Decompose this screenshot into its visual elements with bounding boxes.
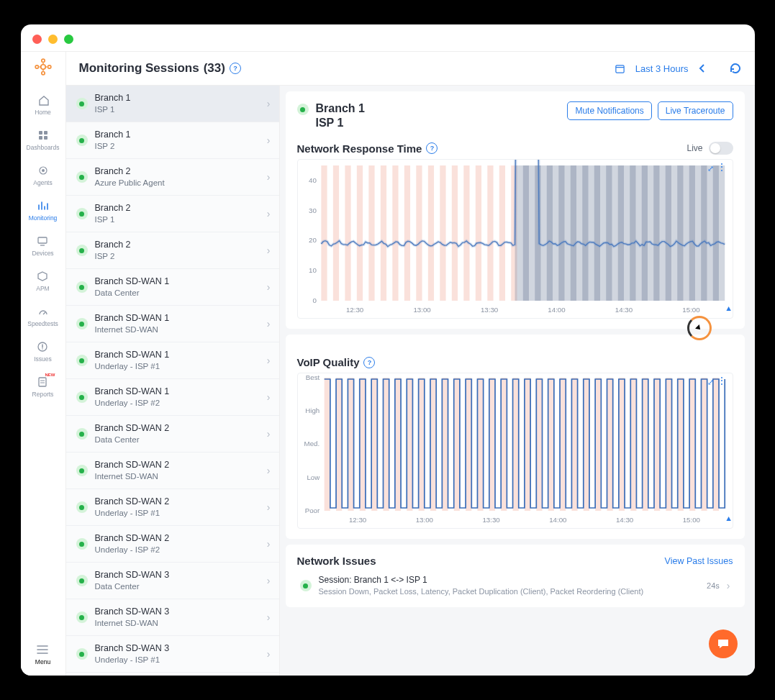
- session-sub: Underlay - ISP #2: [95, 545, 260, 555]
- chart-menu-icon[interactable]: ⋮: [717, 164, 727, 170]
- session-item[interactable]: Branch 2ISP 1›: [66, 196, 279, 232]
- session-item[interactable]: Branch SD-WAN 3Internet SD-WAN›: [66, 599, 279, 636]
- nav-devices[interactable]: Devices: [32, 235, 53, 257]
- svg-rect-49: [515, 165, 725, 301]
- status-dot-icon: [297, 104, 309, 115]
- session-title: Branch SD-WAN 1: [95, 276, 260, 288]
- session-list[interactable]: Branch 1ISP 1›Branch 1ISP 2›Branch 2Azur…: [66, 86, 280, 676]
- nav-monitoring[interactable]: Monitoring: [29, 199, 58, 222]
- session-sub: Underlay - ISP #1: [95, 508, 260, 518]
- chevron-right-icon: ›: [267, 281, 271, 293]
- mute-notifications-button[interactable]: Mute Notifications: [567, 101, 651, 120]
- svg-rect-82: [560, 378, 566, 511]
- chevron-right-icon: ›: [727, 580, 730, 591]
- svg-rect-8: [44, 136, 47, 140]
- session-sub: Underlay - ISP #1: [95, 655, 260, 665]
- refresh-button[interactable]: [729, 62, 742, 75]
- svg-point-9: [42, 169, 45, 172]
- svg-rect-64: [348, 378, 353, 511]
- svg-rect-94: [701, 378, 707, 511]
- session-sub: ISP 2: [95, 251, 260, 261]
- nav-label: Issues: [34, 355, 52, 363]
- session-item[interactable]: Branch 2ISP 2›: [66, 232, 279, 269]
- svg-rect-23: [416, 165, 422, 301]
- time-range-select[interactable]: Last 3 Hours: [635, 63, 689, 74]
- svg-rect-75: [477, 378, 483, 511]
- minimize-icon[interactable]: [48, 35, 58, 44]
- nav-home[interactable]: Home: [35, 94, 51, 116]
- session-item[interactable]: Branch 2Azure Public Agent›: [66, 159, 279, 196]
- expand-icon[interactable]: ⤢: [707, 378, 714, 387]
- issue-row[interactable]: Session: Branch 1 <-> ISP 1 Session Down…: [297, 567, 733, 597]
- session-sub: ISP 1: [95, 104, 260, 114]
- status-dot-icon: [76, 208, 88, 219]
- chart-menu-icon[interactable]: ⋮: [717, 378, 727, 383]
- session-item[interactable]: Branch SD-WAN 2Underlay - ISP #2›: [66, 526, 279, 563]
- svg-text:13:30: 13:30: [482, 517, 499, 524]
- detail-pane[interactable]: Branch 1ISP 1 Mute Notifications Live Tr…: [280, 86, 755, 676]
- monitoring-icon: [37, 199, 50, 212]
- live-traceroute-button[interactable]: Live Traceroute: [658, 101, 733, 120]
- session-item[interactable]: Branch SD-WAN 2Data Center›: [66, 416, 279, 453]
- svg-rect-66: [371, 378, 377, 511]
- svg-text:Low: Low: [307, 474, 319, 481]
- nav-label: APM: [36, 285, 49, 292]
- chat-button[interactable]: [709, 629, 738, 658]
- help-icon[interactable]: ?: [363, 357, 375, 368]
- status-dot-icon: [76, 391, 88, 403]
- session-item[interactable]: Branch SD-WAN 1Underlay - ISP #1›: [66, 342, 279, 379]
- svg-rect-69: [407, 378, 412, 511]
- detail-title: Branch 1ISP 1: [316, 101, 365, 130]
- svg-text:10: 10: [309, 268, 317, 275]
- session-item[interactable]: Branch SD-WAN 3Data Center›: [66, 563, 279, 599]
- window-controls: [21, 24, 755, 51]
- prev-button[interactable]: [699, 63, 706, 73]
- maximize-icon[interactable]: [64, 35, 73, 44]
- session-item[interactable]: Branch SD-WAN 3Underlay - ISP #2›: [66, 673, 279, 676]
- nav-speedtests[interactable]: Speedtests: [27, 305, 58, 327]
- network-response-chart[interactable]: ⤢ ⋮ 01020304012:3013:0013:3014:0014:3015…: [297, 159, 733, 319]
- page-title-count: (33): [204, 61, 225, 76]
- session-sub: Internet SD-WAN: [95, 324, 260, 335]
- voip-quality-chart[interactable]: ⤢ ⋮ PoorLowMed.HighBest12:3013:0013:3014…: [297, 373, 733, 529]
- agents-icon: [37, 164, 50, 177]
- svg-rect-11: [38, 237, 47, 243]
- svg-rect-29: [487, 165, 493, 301]
- nav-reports[interactable]: ReportsNEW: [32, 376, 54, 398]
- svg-rect-27: [463, 165, 469, 301]
- session-sub: Data Center: [95, 581, 260, 591]
- svg-text:14:30: 14:30: [615, 306, 632, 314]
- chevron-right-icon: ›: [267, 355, 271, 366]
- session-title: Branch SD-WAN 3: [95, 570, 260, 581]
- session-item[interactable]: Branch SD-WAN 1Internet SD-WAN›: [66, 306, 279, 342]
- session-item[interactable]: Branch SD-WAN 2Internet SD-WAN›: [66, 453, 279, 489]
- nav-agents[interactable]: Agents: [33, 164, 52, 186]
- app-logo-icon[interactable]: [34, 58, 53, 76]
- apm-icon: [36, 270, 49, 283]
- svg-rect-89: [642, 378, 648, 511]
- session-item[interactable]: Branch SD-WAN 3Underlay - ISP #1›: [66, 636, 279, 673]
- live-toggle[interactable]: [709, 142, 733, 155]
- session-item[interactable]: Branch 1ISP 1›: [66, 86, 279, 122]
- session-item[interactable]: Branch SD-WAN 1Data Center›: [66, 269, 279, 306]
- view-past-issues-link[interactable]: View Past Issues: [665, 556, 733, 566]
- session-item[interactable]: Branch SD-WAN 1Underlay - ISP #2›: [66, 379, 279, 416]
- menu-button[interactable]: Menu: [35, 643, 50, 665]
- help-icon[interactable]: ?: [230, 63, 241, 74]
- svg-text:12:30: 12:30: [348, 517, 366, 524]
- session-item[interactable]: Branch SD-WAN 2Underlay - ISP #1›: [66, 489, 279, 526]
- calendar-icon[interactable]: [615, 63, 625, 74]
- svg-text:Best: Best: [305, 374, 319, 381]
- svg-rect-18: [356, 165, 362, 301]
- expand-icon[interactable]: ⤢: [707, 164, 714, 173]
- nav-apm[interactable]: APM: [36, 270, 49, 292]
- issue-detail: Session Down, Packet Loss, Latency, Pack…: [319, 586, 700, 597]
- voip-panel: VoIP Quality ? ⤢ ⋮ PoorLowMed.HighBest12…: [286, 335, 745, 539]
- close-icon[interactable]: [32, 35, 42, 44]
- session-item[interactable]: Branch 1ISP 2›: [66, 122, 279, 159]
- nav-issues[interactable]: Issues: [34, 340, 52, 363]
- svg-rect-81: [548, 378, 553, 511]
- nav-dashboards[interactable]: Dashboards: [27, 129, 60, 151]
- help-icon[interactable]: ?: [426, 142, 438, 154]
- svg-rect-90: [654, 378, 660, 511]
